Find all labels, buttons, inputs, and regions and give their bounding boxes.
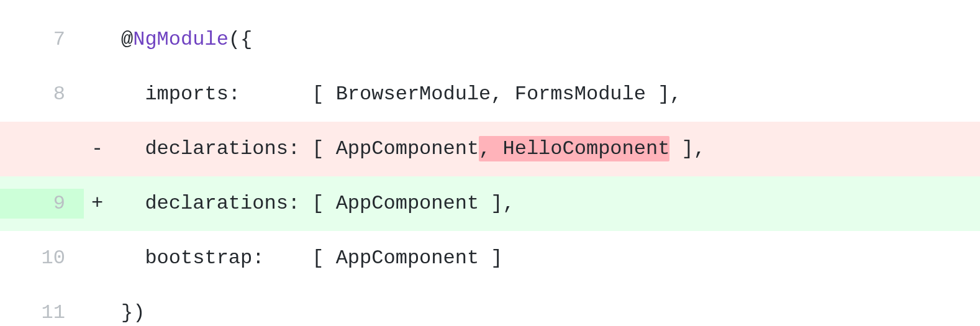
code-content: imports: [ BrowserModule, FormsModule ], [116,79,980,109]
diff-line-context: 8 imports: [ BrowserModule, FormsModule … [0,67,980,122]
code-content: }) [116,298,980,326]
diff-line-added: 9 + declarations: [ AppComponent ], [0,176,980,231]
line-number: 7 [0,25,84,55]
code-content: declarations: [ AppComponent, HelloCompo… [116,134,980,164]
code-text-prefix: declarations: [ AppComponent [121,137,479,160]
code-content: declarations: [ AppComponent ], [116,189,980,219]
diff-viewer: 7 @NgModule({ 8 imports: [ BrowserModule… [0,12,980,326]
code-content: @NgModule({ [116,25,980,55]
line-number: 11 [0,298,84,326]
diff-marker-plus: + [84,189,116,219]
diff-line-deleted: - declarations: [ AppComponent, HelloCom… [0,122,980,176]
code-text: }) [121,301,145,324]
code-text: declarations: [ AppComponent ], [121,192,515,215]
code-text-suffix: ], [669,137,706,160]
line-number: 8 [0,79,84,109]
token-punct: ({ [229,28,252,51]
code-text: bootstrap: [ AppComponent ] [121,247,503,269]
diff-line-context: 11 }) [0,286,980,326]
code-content: bootstrap: [ AppComponent ] [116,243,980,273]
diff-marker-minus: - [84,134,116,164]
line-number: 10 [0,243,84,273]
token-decorator-name: NgModule [133,28,229,51]
diff-line-context: 10 bootstrap: [ AppComponent ] [0,231,980,286]
line-number: 9 [0,189,84,219]
token-at: @ [121,28,133,51]
removed-highlight: , HelloComponent [479,136,669,161]
code-text: imports: [ BrowserModule, FormsModule ], [121,83,682,106]
diff-line-context: 7 @NgModule({ [0,12,980,67]
